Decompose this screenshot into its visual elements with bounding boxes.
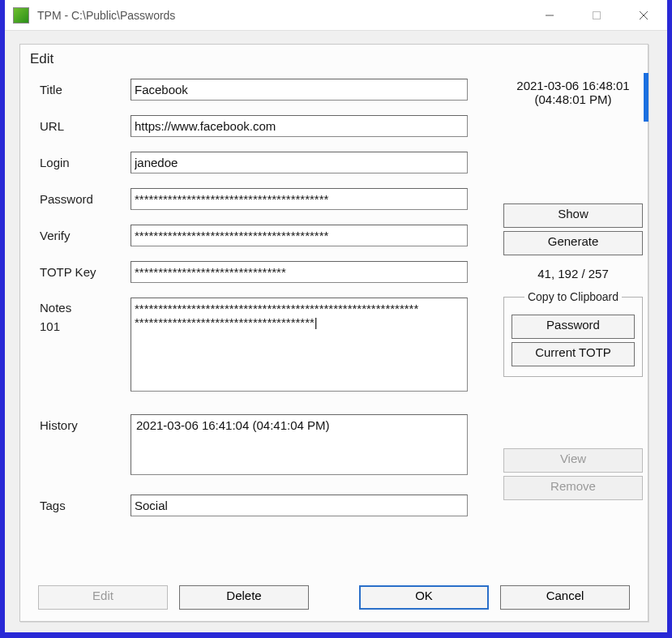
url-label: URL [40,115,131,133]
generate-button[interactable]: Generate [503,231,643,255]
copy-totp-button[interactable]: Current TOTP [511,342,635,366]
title-label: Title [40,79,131,96]
notes-count: 101 [40,319,131,333]
password-label: Password [40,188,131,206]
edit-button[interactable]: Edit [38,585,168,610]
timestamp-secondary: (04:48:01 PM) [503,92,643,106]
password-input[interactable] [131,188,468,210]
app-window: TPM - C:\Public\Passwords Edit 2021-03-0… [5,0,667,632]
login-input[interactable] [131,152,468,173]
tags-input[interactable] [131,495,468,516]
copy-to-clipboard-group: Copy to Clipboard Password Current TOTP [503,290,643,377]
history-item[interactable]: 2021-03-06 16:41:04 (04:41:04 PM) [136,418,462,432]
verify-label: Verify [40,225,131,242]
title-input[interactable] [131,79,468,101]
verify-input[interactable] [131,225,468,246]
dialog-button-bar: Edit Delete OK Cancel [38,585,630,610]
totp-label: TOTP Key [40,261,131,279]
copy-password-button[interactable]: Password [511,315,635,339]
minimize-icon[interactable] [526,0,573,31]
history-listbox[interactable]: 2021-03-06 16:41:04 (04:41:04 PM) [131,414,468,475]
history-label: History [40,414,131,432]
remove-button[interactable]: Remove [503,476,643,500]
password-strength-counter: 41, 192 / 257 [503,267,643,280]
window-title: TPM - C:\Public\Passwords [37,9,526,22]
history-side-panel: View Remove [503,445,643,500]
url-input[interactable] [131,115,468,137]
login-label: Login [40,152,131,169]
notes-textarea[interactable] [131,298,468,392]
app-icon [13,7,29,24]
delete-button[interactable]: Delete [179,585,309,610]
show-button[interactable]: Show [503,203,643,228]
maximize-icon[interactable] [573,0,620,31]
view-button[interactable]: View [503,448,643,473]
dialog-heading: Edit [20,45,648,75]
totp-input[interactable] [131,261,468,283]
copy-legend: Copy to Clipboard [524,290,622,303]
svg-rect-1 [593,11,601,19]
edit-dialog: Edit 2021-03-06 16:48:01 (04:48:01 PM) S… [19,44,648,622]
side-panel: 2021-03-06 16:48:01 (04:48:01 PM) Show G… [503,79,643,377]
titlebar[interactable]: TPM - C:\Public\Passwords [5,0,667,31]
timestamp-primary: 2021-03-06 16:48:01 [503,79,643,92]
tags-label: Tags [40,495,131,512]
cancel-button[interactable]: Cancel [500,585,630,610]
notes-label: Notes [40,301,131,315]
ok-button[interactable]: OK [359,585,489,610]
work-area: Edit 2021-03-06 16:48:01 (04:48:01 PM) S… [5,31,667,632]
close-icon[interactable] [620,0,667,31]
